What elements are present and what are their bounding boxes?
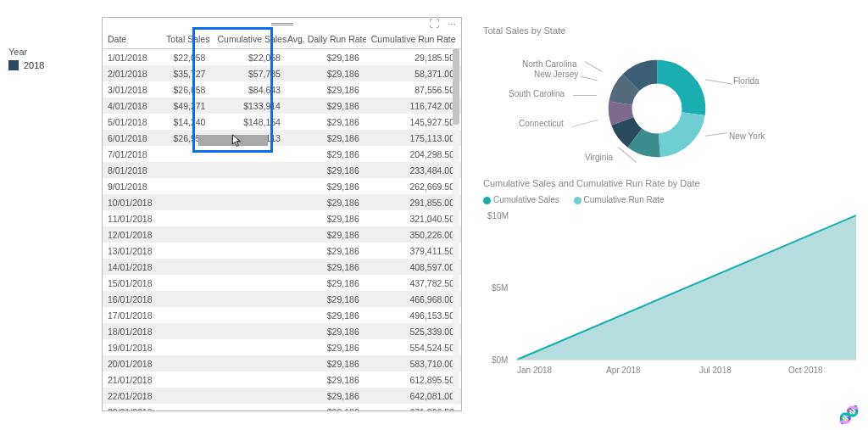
- cell-date: 17/01/2018: [103, 307, 161, 323]
- cell-total: [161, 388, 212, 404]
- table-row[interactable]: 9/01/2018$29,186262,669.50: [103, 178, 461, 194]
- table-row[interactable]: 17/01/2018$29,186496,153.50: [103, 307, 461, 323]
- cell-cum: $22,058: [212, 49, 287, 66]
- cell-crr: 496,153.50: [366, 307, 461, 323]
- col-avg-daily-run-rate[interactable]: Avg. Daily Run Rate: [287, 30, 366, 49]
- table-row[interactable]: 20/01/2018$29,186583,710.00: [103, 355, 461, 371]
- table-row[interactable]: 1/01/2018$22,058$22,058$29,18629,185.50: [103, 49, 461, 66]
- legend-label: Cumulative Sales: [493, 195, 559, 204]
- cell-avg: $29,186: [287, 146, 366, 162]
- cell-crr: 612,895.50: [366, 371, 461, 388]
- year-slicer[interactable]: Year 2018: [8, 47, 85, 70]
- legend-swatch-icon: [483, 197, 491, 204]
- cell-date: 2/01/2018: [103, 65, 161, 81]
- cell-avg: $29,186: [287, 323, 366, 339]
- cell-avg: $29,186: [287, 178, 366, 194]
- sales-table-visual[interactable]: ⛶ ··· Date Total Sales Cumulative Sales …: [102, 17, 462, 411]
- col-cumulative-sales[interactable]: Cumulative Sales: [212, 30, 287, 49]
- cell-total: [161, 339, 212, 355]
- table-row[interactable]: 7/01/2018$29,186204,298.50: [103, 146, 461, 162]
- col-cumulative-run-rate[interactable]: Cumulative Run Rate: [366, 30, 461, 49]
- cell-total: [161, 275, 212, 291]
- table-row[interactable]: 19/01/2018$29,186554,524.50: [103, 339, 461, 355]
- cell-avg: $29,186: [287, 194, 366, 210]
- y-tick: $0M: [492, 355, 508, 365]
- legend-swatch-icon: [574, 197, 581, 204]
- table-row[interactable]: 21/01/2018$29,186612,895.50: [103, 371, 461, 388]
- cell-avg: $29,186: [287, 130, 366, 146]
- cell-cum: [212, 226, 287, 243]
- cell-avg: $29,186: [287, 307, 366, 323]
- cumulative-sales-line-chart[interactable]: Cumulative Sales and Cumulative Run Rate…: [483, 178, 860, 416]
- cell-total: [161, 404, 212, 410]
- table-row[interactable]: 10/01/2018$29,186291,855.00: [103, 194, 461, 210]
- cell-cum: [212, 210, 287, 226]
- table-row[interactable]: 12/01/2018$29,186350,226.00: [103, 226, 461, 243]
- cell-crr: 671,266.50: [366, 404, 461, 410]
- cell-avg: $29,186: [287, 291, 366, 307]
- cell-cum: [212, 323, 287, 339]
- cell-total: $22,058: [161, 49, 212, 66]
- cell-crr: 204,298.50: [366, 146, 461, 162]
- cell-avg: $29,186: [287, 210, 366, 226]
- cell-date: 13/01/2018: [103, 243, 161, 259]
- table-row[interactable]: 22/01/2018$29,186642,081.00: [103, 388, 461, 404]
- total-sales-by-state-chart[interactable]: Total Sales by State North Carolina New …: [483, 25, 831, 187]
- area-svg: [492, 211, 856, 364]
- table-row[interactable]: 14/01/2018$29,186408,597.00: [103, 259, 461, 275]
- table-row[interactable]: 13/01/2018$29,186379,411.50: [103, 243, 461, 259]
- donut-label: South Carolina: [509, 89, 565, 98]
- table-row[interactable]: 8/01/2018$29,186233,484.00: [103, 162, 461, 178]
- cell-avg: $29,186: [287, 355, 366, 371]
- table-row[interactable]: 5/01/2018$14,240$148,154$29,186145,927.5…: [103, 114, 461, 130]
- cell-total: [161, 259, 212, 275]
- table-row[interactable]: 4/01/2018$49,271$133,914$29,186116,742.0…: [103, 98, 461, 114]
- cell-avg: $29,186: [287, 259, 366, 275]
- cell-crr: 29,185.50: [366, 49, 461, 66]
- table-row[interactable]: 18/01/2018$29,186525,339.00: [103, 323, 461, 339]
- slicer-item-label: 2018: [24, 60, 44, 70]
- cell-cum: [212, 243, 287, 259]
- cell-date: 6/01/2018: [103, 130, 161, 146]
- y-tick: $10M: [487, 211, 509, 221]
- dna-watermark-icon: 🧬: [838, 405, 860, 425]
- table-row[interactable]: 2/01/2018$35,727$57,785$29,18658,371.00: [103, 65, 461, 81]
- cell-crr: 291,855.00: [366, 194, 461, 210]
- more-options-icon[interactable]: ···: [448, 18, 456, 30]
- table-row[interactable]: 23/01/2018$29,186671,266.50: [103, 404, 461, 410]
- table-row[interactable]: 3/01/2018$26,858$84,643$29,18687,556.50: [103, 81, 461, 98]
- cell-date: 7/01/2018: [103, 146, 161, 162]
- cell-crr: 554,524.50: [366, 339, 461, 355]
- donut-chart-area[interactable]: North Carolina New Jersey South Carolina…: [483, 42, 831, 174]
- cell-cum: [212, 404, 287, 410]
- table-row[interactable]: 16/01/2018$29,186466,968.00: [103, 291, 461, 307]
- line-chart-title: Cumulative Sales and Cumulative Run Rate…: [483, 178, 860, 188]
- vertical-scrollbar[interactable]: [453, 48, 459, 405]
- drag-handle-icon[interactable]: [271, 23, 293, 25]
- col-total-sales[interactable]: Total Sales: [161, 30, 212, 49]
- cell-cum: [212, 388, 287, 404]
- slicer-item-2018[interactable]: 2018: [8, 60, 85, 70]
- cell-crr: 408,597.00: [366, 259, 461, 275]
- area-chart-area[interactable]: $10M $5M $0M Jan 2018 Apr 2018 Jul 2018 …: [492, 211, 856, 377]
- cell-date: 19/01/2018: [103, 339, 161, 355]
- table-row[interactable]: 15/01/2018$29,186437,782.50: [103, 275, 461, 291]
- cell-crr: 583,710.00: [366, 355, 461, 371]
- cell-crr: 379,411.50: [366, 243, 461, 259]
- cell-date: 23/01/2018: [103, 404, 161, 410]
- col-date[interactable]: Date: [103, 30, 161, 49]
- table-row[interactable]: 6/01/2018$26,959$175,113$29,186175,113.0…: [103, 130, 461, 146]
- cell-date: 5/01/2018: [103, 114, 161, 130]
- focus-mode-icon[interactable]: ⛶: [429, 18, 439, 30]
- cell-cum: [212, 307, 287, 323]
- cell-date: 12/01/2018: [103, 226, 161, 243]
- cell-date: 10/01/2018: [103, 194, 161, 210]
- cell-cum: [212, 194, 287, 210]
- table-header-row[interactable]: Date Total Sales Cumulative Sales Avg. D…: [103, 30, 461, 49]
- scrollbar-thumb[interactable]: [453, 48, 459, 125]
- table-row[interactable]: 11/01/2018$29,186321,040.50: [103, 210, 461, 226]
- cell-avg: $29,186: [287, 81, 366, 98]
- slicer-title: Year: [8, 47, 85, 57]
- cell-avg: $29,186: [287, 243, 366, 259]
- cell-avg: $29,186: [287, 49, 366, 66]
